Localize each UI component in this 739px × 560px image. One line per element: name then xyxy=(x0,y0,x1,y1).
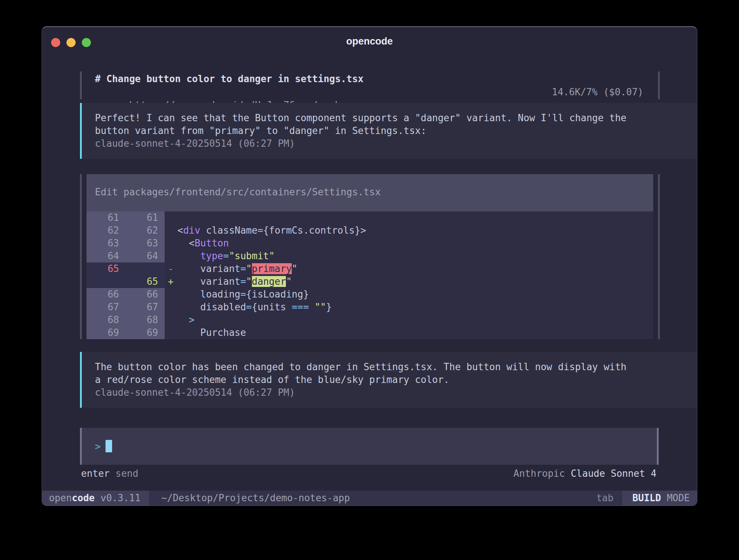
code-line: loading={isLoading} xyxy=(177,288,653,301)
diff-sign xyxy=(165,224,177,237)
app-badge: opencodev0.3.11 xyxy=(42,491,149,506)
diff-row: 6161 xyxy=(87,211,653,224)
context-usage: 14.6K/7% ($0.07) xyxy=(552,85,643,99)
diff-row: 6666 loading={isLoading} xyxy=(87,288,653,301)
assistant-message: Perfect! I can see that the Button compo… xyxy=(80,103,697,159)
scroll-indicator-right xyxy=(658,72,660,99)
working-directory: ~/Desktop/Projects/demo-notes-app xyxy=(161,491,350,506)
diff-row: 6969 Purchase xyxy=(87,326,653,339)
old-line-number: 61 xyxy=(87,211,126,224)
old-line-number xyxy=(87,275,126,288)
mode-name: BUILD xyxy=(632,492,661,503)
titlebar: opencode xyxy=(42,27,697,53)
new-line-number: 68 xyxy=(126,314,165,326)
new-line-number: 65 xyxy=(126,275,165,288)
new-line-number: 64 xyxy=(126,250,165,262)
prompt-symbol: > xyxy=(95,441,101,452)
diff-row: 6767 disabled={units === ""} xyxy=(87,301,653,314)
old-line-number: 67 xyxy=(87,301,126,314)
diff-sign xyxy=(165,250,177,262)
assistant-message: The button color has been changed to dan… xyxy=(80,352,697,408)
code-line: variant="danger" xyxy=(177,275,653,288)
new-line-number xyxy=(126,262,165,275)
diff-row: 6262<div className={formCs.controls}> xyxy=(87,224,653,237)
diff-row: 65- variant="primary" xyxy=(87,262,653,275)
new-line-number: 62 xyxy=(126,224,165,237)
prompt-input[interactable]: > xyxy=(80,428,659,465)
opencode-window: opencode # Change button color to danger… xyxy=(42,26,697,506)
diff-row: 6868 > xyxy=(87,314,653,326)
model-name: Claude Sonnet 4 xyxy=(571,468,656,479)
mode-badge[interactable]: BUILDMODE xyxy=(622,491,697,506)
diff-sign: - xyxy=(165,262,177,275)
old-line-number: 68 xyxy=(87,314,126,326)
diff-sign xyxy=(165,211,177,224)
message-meta: claude-sonnet-4-20250514 (06:27 PM) xyxy=(95,386,697,399)
diff-sign: + xyxy=(165,275,177,288)
app-name-normal: open xyxy=(49,492,72,503)
old-line-number: 65 xyxy=(87,262,126,275)
old-line-number: 69 xyxy=(87,326,126,339)
code-line: > xyxy=(177,314,653,326)
app-version: v0.3.11 xyxy=(100,492,141,503)
scroll-indicator-left xyxy=(80,174,82,339)
diff-sign xyxy=(165,288,177,301)
diff-sign xyxy=(165,237,177,250)
message-line: a red/rose color scheme instead of the b… xyxy=(95,373,697,386)
old-line-number: 63 xyxy=(87,237,126,250)
diff-table: 61616262<div className={formCs.controls}… xyxy=(87,211,653,339)
scroll-indicator-left xyxy=(80,72,82,99)
old-line-number: 64 xyxy=(87,250,126,262)
code-line: <Button xyxy=(177,237,653,250)
message-line: Perfect! I can see that the Button compo… xyxy=(95,112,697,124)
mode-switch-key[interactable]: tab xyxy=(596,491,613,506)
window-title: opencode xyxy=(42,35,697,48)
message-meta: claude-sonnet-4-20250514 (06:27 PM) xyxy=(95,137,697,150)
old-line-number: 66 xyxy=(87,288,126,301)
scroll-indicator-right xyxy=(658,174,660,339)
code-line: disabled={units === ""} xyxy=(177,301,653,314)
code-line: type="submit" xyxy=(177,250,653,262)
hint-key: enter xyxy=(81,468,110,479)
new-line-number: 61 xyxy=(126,211,165,224)
new-line-number: 66 xyxy=(126,288,165,301)
new-line-number: 69 xyxy=(126,326,165,339)
diff-sign xyxy=(165,301,177,314)
diff-row: 65+ variant="danger" xyxy=(87,275,653,288)
provider-name: Anthropic xyxy=(513,468,565,479)
code-line: <div className={formCs.controls}> xyxy=(177,224,653,237)
new-line-number: 63 xyxy=(126,237,165,250)
app-name-bold: code xyxy=(72,492,95,503)
new-line-number: 67 xyxy=(126,301,165,314)
status-bar: opencodev0.3.11 ~/Desktop/Projects/demo-… xyxy=(42,491,697,506)
code-line xyxy=(177,211,653,224)
diff-sign xyxy=(165,314,177,326)
text-cursor xyxy=(106,440,112,452)
diff-row: 6363 <Button xyxy=(87,237,653,250)
diff-sign xyxy=(165,326,177,339)
old-line-number: 62 xyxy=(87,224,126,237)
message-line: button variant from "primary" to "danger… xyxy=(95,124,697,137)
mode-word: MODE xyxy=(667,492,690,503)
hint-action: send xyxy=(115,468,138,479)
session-title: # Change button color to danger in setti… xyxy=(95,72,364,85)
diff-row: 6464 type="submit" xyxy=(87,250,653,262)
footer: entersend AnthropicClaude Sonnet 4 xyxy=(81,467,656,480)
code-line: variant="primary" xyxy=(177,262,653,275)
edit-file-title: Edit packages/frontend/src/containers/Se… xyxy=(95,186,381,199)
code-line: Purchase xyxy=(177,326,653,339)
message-line: The button color has been changed to dan… xyxy=(95,361,697,373)
